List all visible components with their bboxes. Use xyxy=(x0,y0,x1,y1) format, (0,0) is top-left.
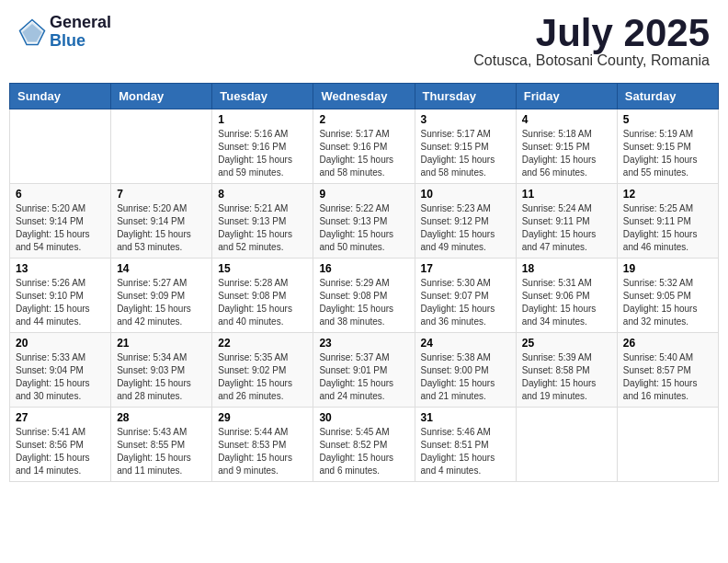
logo: General Blue xyxy=(18,14,111,51)
day-info: Sunrise: 5:37 AM Sunset: 9:01 PM Dayligh… xyxy=(319,351,408,403)
day-info: Sunrise: 5:16 AM Sunset: 9:16 PM Dayligh… xyxy=(218,128,307,179)
day-info: Sunrise: 5:23 AM Sunset: 9:12 PM Dayligh… xyxy=(421,202,510,254)
calendar-cell: 27Sunrise: 5:41 AM Sunset: 8:56 PM Dayli… xyxy=(10,408,111,482)
calendar-cell: 26Sunrise: 5:40 AM Sunset: 8:57 PM Dayli… xyxy=(617,333,718,408)
calendar-cell: 30Sunrise: 5:45 AM Sunset: 8:52 PM Dayli… xyxy=(313,408,415,482)
logo-general: General xyxy=(50,14,111,32)
weekday-header-saturday: Saturday xyxy=(617,84,718,109)
calendar-cell: 22Sunrise: 5:35 AM Sunset: 9:02 PM Dayli… xyxy=(212,333,313,408)
day-info: Sunrise: 5:19 AM Sunset: 9:15 PM Dayligh… xyxy=(623,128,712,179)
day-info: Sunrise: 5:17 AM Sunset: 9:16 PM Dayligh… xyxy=(319,128,408,179)
calendar-cell: 3Sunrise: 5:17 AM Sunset: 9:15 PM Daylig… xyxy=(415,109,516,184)
calendar-cell: 17Sunrise: 5:30 AM Sunset: 9:07 PM Dayli… xyxy=(415,259,516,333)
day-number: 16 xyxy=(319,262,408,275)
calendar-cell: 12Sunrise: 5:25 AM Sunset: 9:11 PM Dayli… xyxy=(617,184,718,259)
day-info: Sunrise: 5:29 AM Sunset: 9:08 PM Dayligh… xyxy=(319,277,408,328)
day-number: 12 xyxy=(623,188,712,201)
day-number: 3 xyxy=(421,113,510,126)
day-number: 29 xyxy=(218,411,307,424)
day-number: 4 xyxy=(522,113,611,126)
day-number: 26 xyxy=(623,337,712,350)
day-info: Sunrise: 5:22 AM Sunset: 9:13 PM Dayligh… xyxy=(319,202,408,254)
calendar-cell: 15Sunrise: 5:28 AM Sunset: 9:08 PM Dayli… xyxy=(212,259,313,333)
day-number: 10 xyxy=(421,188,510,201)
day-info: Sunrise: 5:26 AM Sunset: 9:10 PM Dayligh… xyxy=(16,277,105,328)
calendar-week-5: 27Sunrise: 5:41 AM Sunset: 8:56 PM Dayli… xyxy=(10,408,719,482)
logo-text: General Blue xyxy=(50,14,111,51)
day-info: Sunrise: 5:18 AM Sunset: 9:15 PM Dayligh… xyxy=(522,128,611,179)
day-number: 11 xyxy=(522,188,611,201)
day-number: 1 xyxy=(218,113,307,126)
calendar-cell: 8Sunrise: 5:21 AM Sunset: 9:13 PM Daylig… xyxy=(212,184,313,259)
weekday-header-wednesday: Wednesday xyxy=(313,84,415,109)
day-info: Sunrise: 5:34 AM Sunset: 9:03 PM Dayligh… xyxy=(117,351,206,403)
calendar-cell: 29Sunrise: 5:44 AM Sunset: 8:53 PM Dayli… xyxy=(212,408,313,482)
calendar-week-4: 20Sunrise: 5:33 AM Sunset: 9:04 PM Dayli… xyxy=(10,333,719,408)
day-info: Sunrise: 5:30 AM Sunset: 9:07 PM Dayligh… xyxy=(421,277,510,328)
weekday-header-tuesday: Tuesday xyxy=(212,84,313,109)
page-header: General Blue July 2025 Cotusca, Botosani… xyxy=(9,9,719,74)
calendar-cell: 23Sunrise: 5:37 AM Sunset: 9:01 PM Dayli… xyxy=(313,333,415,408)
calendar-cell: 25Sunrise: 5:39 AM Sunset: 8:58 PM Dayli… xyxy=(516,333,617,408)
day-info: Sunrise: 5:20 AM Sunset: 9:14 PM Dayligh… xyxy=(16,202,105,254)
logo-icon xyxy=(18,18,46,46)
day-info: Sunrise: 5:21 AM Sunset: 9:13 PM Dayligh… xyxy=(218,202,307,254)
calendar-cell: 28Sunrise: 5:43 AM Sunset: 8:55 PM Dayli… xyxy=(111,408,212,482)
day-info: Sunrise: 5:45 AM Sunset: 8:52 PM Dayligh… xyxy=(319,426,408,477)
calendar-cell xyxy=(111,109,212,184)
calendar-cell: 31Sunrise: 5:46 AM Sunset: 8:51 PM Dayli… xyxy=(415,408,516,482)
day-number: 19 xyxy=(623,262,712,275)
calendar-week-3: 13Sunrise: 5:26 AM Sunset: 9:10 PM Dayli… xyxy=(10,259,719,333)
day-number: 5 xyxy=(623,113,712,126)
calendar-cell: 1Sunrise: 5:16 AM Sunset: 9:16 PM Daylig… xyxy=(212,109,313,184)
weekday-header-monday: Monday xyxy=(111,84,212,109)
calendar-cell: 5Sunrise: 5:19 AM Sunset: 9:15 PM Daylig… xyxy=(617,109,718,184)
weekday-header-thursday: Thursday xyxy=(415,84,516,109)
title-area: July 2025 Cotusca, Botosani County, Roma… xyxy=(473,14,710,69)
day-info: Sunrise: 5:40 AM Sunset: 8:57 PM Dayligh… xyxy=(623,351,712,403)
day-info: Sunrise: 5:24 AM Sunset: 9:11 PM Dayligh… xyxy=(522,202,611,254)
day-number: 7 xyxy=(117,188,206,201)
calendar-cell: 24Sunrise: 5:38 AM Sunset: 9:00 PM Dayli… xyxy=(415,333,516,408)
calendar-cell: 11Sunrise: 5:24 AM Sunset: 9:11 PM Dayli… xyxy=(516,184,617,259)
day-number: 13 xyxy=(16,262,105,275)
calendar-cell: 20Sunrise: 5:33 AM Sunset: 9:04 PM Dayli… xyxy=(10,333,111,408)
day-info: Sunrise: 5:35 AM Sunset: 9:02 PM Dayligh… xyxy=(218,351,307,403)
day-info: Sunrise: 5:28 AM Sunset: 9:08 PM Dayligh… xyxy=(218,277,307,328)
calendar-cell: 10Sunrise: 5:23 AM Sunset: 9:12 PM Dayli… xyxy=(415,184,516,259)
day-number: 24 xyxy=(421,337,510,350)
day-number: 14 xyxy=(117,262,206,275)
day-info: Sunrise: 5:31 AM Sunset: 9:06 PM Dayligh… xyxy=(522,277,611,328)
day-info: Sunrise: 5:39 AM Sunset: 8:58 PM Dayligh… xyxy=(522,351,611,403)
day-info: Sunrise: 5:27 AM Sunset: 9:09 PM Dayligh… xyxy=(117,277,206,328)
day-number: 22 xyxy=(218,337,307,350)
calendar-cell: 16Sunrise: 5:29 AM Sunset: 9:08 PM Dayli… xyxy=(313,259,415,333)
day-info: Sunrise: 5:20 AM Sunset: 9:14 PM Dayligh… xyxy=(117,202,206,254)
day-number: 15 xyxy=(218,262,307,275)
weekday-header-sunday: Sunday xyxy=(10,84,111,109)
location-subtitle: Cotusca, Botosani County, Romania xyxy=(473,52,710,69)
day-number: 17 xyxy=(421,262,510,275)
calendar-cell: 19Sunrise: 5:32 AM Sunset: 9:05 PM Dayli… xyxy=(617,259,718,333)
calendar-cell: 13Sunrise: 5:26 AM Sunset: 9:10 PM Dayli… xyxy=(10,259,111,333)
day-info: Sunrise: 5:44 AM Sunset: 8:53 PM Dayligh… xyxy=(218,426,307,477)
logo-blue: Blue xyxy=(50,32,111,51)
calendar-cell: 2Sunrise: 5:17 AM Sunset: 9:16 PM Daylig… xyxy=(313,109,415,184)
day-number: 28 xyxy=(117,411,206,424)
calendar-table: SundayMondayTuesdayWednesdayThursdayFrid… xyxy=(9,83,719,482)
day-number: 6 xyxy=(16,188,105,201)
calendar-cell: 9Sunrise: 5:22 AM Sunset: 9:13 PM Daylig… xyxy=(313,184,415,259)
day-number: 23 xyxy=(319,337,408,350)
day-number: 18 xyxy=(522,262,611,275)
day-number: 27 xyxy=(16,411,105,424)
calendar-week-1: 1Sunrise: 5:16 AM Sunset: 9:16 PM Daylig… xyxy=(10,109,719,184)
calendar-cell xyxy=(10,109,111,184)
calendar-cell: 7Sunrise: 5:20 AM Sunset: 9:14 PM Daylig… xyxy=(111,184,212,259)
day-info: Sunrise: 5:43 AM Sunset: 8:55 PM Dayligh… xyxy=(117,426,206,477)
day-info: Sunrise: 5:17 AM Sunset: 9:15 PM Dayligh… xyxy=(421,128,510,179)
day-number: 9 xyxy=(319,188,408,201)
day-info: Sunrise: 5:33 AM Sunset: 9:04 PM Dayligh… xyxy=(16,351,105,403)
day-info: Sunrise: 5:41 AM Sunset: 8:56 PM Dayligh… xyxy=(16,426,105,477)
day-number: 30 xyxy=(319,411,408,424)
month-year-title: July 2025 xyxy=(473,14,710,52)
